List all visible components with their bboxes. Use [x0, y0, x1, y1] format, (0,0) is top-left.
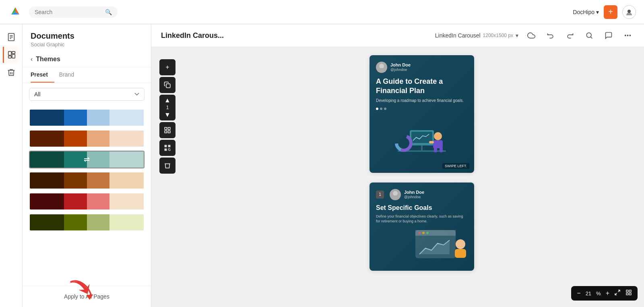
swap-icon: ⇌: [84, 155, 90, 164]
slide-1-footer: SWIPE LEFT.: [442, 163, 469, 169]
svg-point-11: [586, 33, 591, 37]
svg-point-44: [422, 232, 425, 234]
tab-preset[interactable]: Preset: [31, 67, 54, 83]
palette-item-1[interactable]: [29, 109, 144, 127]
duplicate-page-button[interactable]: [159, 77, 175, 93]
redo-icon[interactable]: [564, 29, 576, 42]
sidebar-item-documents[interactable]: [3, 29, 19, 45]
svg-line-49: [618, 290, 620, 292]
slide-1-subtitle: Developing a roadmap to achieve financia…: [376, 98, 468, 103]
svg-point-47: [456, 239, 465, 249]
search-input[interactable]: [35, 9, 102, 15]
doc-title: LinkedIn Carous...: [161, 31, 224, 40]
svg-rect-38: [440, 147, 443, 152]
svg-rect-54: [629, 293, 631, 295]
svg-rect-53: [626, 293, 628, 295]
svg-rect-15: [168, 127, 170, 129]
add-page-button[interactable]: +: [159, 59, 175, 75]
fullscreen-icon[interactable]: [614, 289, 621, 297]
svg-rect-9: [12, 54, 14, 58]
svg-rect-37: [434, 147, 437, 152]
svg-rect-23: [165, 149, 166, 150]
topbar-right: DocHipo ▾ +: [573, 5, 636, 19]
svg-rect-17: [168, 131, 170, 133]
canvas-label[interactable]: LinkedIn Carousel 1200x1500 px ▾: [435, 32, 518, 39]
page-down-icon: ▼: [164, 111, 171, 118]
brand-name[interactable]: DocHipo ▾: [573, 9, 599, 15]
floating-toolbar: + ▲ 1 ▼: [159, 59, 175, 174]
svg-rect-8: [8, 56, 11, 58]
svg-rect-42: [415, 230, 456, 236]
status-bar: − 21 % +: [571, 286, 638, 301]
sidebar-item-themes[interactable]: [3, 47, 19, 63]
canvas-chevron-icon: ▾: [516, 32, 518, 39]
svg-point-28: [379, 64, 384, 68]
zoom-percent: %: [596, 290, 601, 297]
slide-1-avatar: [376, 62, 387, 73]
undo-icon[interactable]: [544, 29, 557, 42]
svg-point-35: [434, 132, 442, 140]
filter-row: All Dark Light Vibrant Pastel: [23, 83, 151, 106]
slide-2-avatar: [390, 189, 401, 200]
svg-rect-39: [429, 141, 434, 143]
apply-all-button[interactable]: Apply to All Pages: [23, 286, 151, 307]
slide-2-body: Define your financial objectives clearly…: [376, 214, 468, 224]
qr-button[interactable]: [159, 140, 175, 156]
main-layout: Documents Social Graphic ‹ Themes Preset…: [0, 24, 644, 307]
palette-item-4[interactable]: [29, 172, 144, 189]
slide-2-header: 1 John Doe @johndoe: [376, 189, 468, 200]
themes-back-button[interactable]: ‹: [31, 56, 33, 63]
slide-2[interactable]: 1 John Doe @johndoe Set Specific Goals D…: [369, 183, 474, 271]
svg-point-34: [396, 136, 411, 150]
page-nav-button[interactable]: ▲ 1 ▼: [159, 95, 175, 120]
palette-item-2[interactable]: [29, 130, 144, 147]
svg-rect-14: [165, 127, 167, 129]
search-bar[interactable]: 🔍: [29, 6, 118, 18]
slide-1[interactable]: John Doe @johndoe A Guide to Create a Fi…: [369, 55, 474, 173]
svg-rect-6: [8, 52, 11, 55]
svg-point-45: [426, 232, 429, 234]
delete-page-button[interactable]: [159, 158, 175, 174]
search-icon: 🔍: [105, 9, 112, 15]
canvas-area: + ▲ 1 ▼: [151, 47, 644, 307]
palette-item-6[interactable]: [29, 214, 144, 231]
zoom-in-icon[interactable]: +: [606, 290, 609, 297]
panel-header: Documents Social Graphic: [23, 24, 151, 51]
content-topbar: LinkedIn Carous... LinkedIn Carousel 120…: [151, 24, 644, 47]
more-options-icon[interactable]: •••: [621, 29, 634, 42]
sidebar-item-trash[interactable]: [3, 64, 19, 81]
themes-header: ‹ Themes: [23, 51, 151, 67]
panel-title: Documents: [31, 31, 143, 41]
zoom-out-icon[interactable]: −: [577, 290, 580, 297]
tab-brand[interactable]: Brand: [59, 67, 80, 83]
content-area: LinkedIn Carous... LinkedIn Carousel 120…: [151, 24, 644, 307]
logo[interactable]: [8, 5, 23, 19]
svg-line-12: [591, 37, 592, 39]
content-actions: LinkedIn Carousel 1200x1500 px ▾: [435, 29, 634, 42]
add-button[interactable]: +: [604, 5, 617, 19]
svg-rect-7: [12, 52, 14, 54]
filter-select[interactable]: All Dark Light Vibrant Pastel: [29, 88, 144, 101]
search-content-icon[interactable]: [583, 29, 596, 42]
left-panel: Documents Social Graphic ‹ Themes Preset…: [23, 24, 151, 307]
palette-item-3[interactable]: ⇌: [29, 151, 144, 168]
palette-item-5[interactable]: [29, 193, 144, 210]
svg-rect-22: [169, 146, 170, 147]
cloud-save-icon[interactable]: [525, 29, 538, 42]
svg-rect-16: [165, 131, 167, 133]
svg-rect-21: [165, 146, 166, 147]
grid-view-button[interactable]: [159, 122, 175, 138]
svg-point-40: [393, 191, 398, 196]
svg-rect-52: [629, 290, 631, 292]
topbar: 🔍 DocHipo ▾ +: [0, 0, 644, 24]
themes-title: Themes: [36, 56, 60, 63]
slide-1-header: John Doe @johndoe: [376, 62, 468, 73]
chevron-down-icon: ▾: [596, 9, 599, 15]
grid-status-icon[interactable]: [625, 289, 632, 297]
user-avatar[interactable]: [622, 5, 636, 19]
zoom-value: 21: [586, 290, 591, 297]
svg-rect-48: [455, 249, 466, 258]
svg-point-1: [627, 10, 631, 13]
comment-icon[interactable]: [602, 29, 615, 42]
svg-rect-36: [433, 140, 443, 148]
